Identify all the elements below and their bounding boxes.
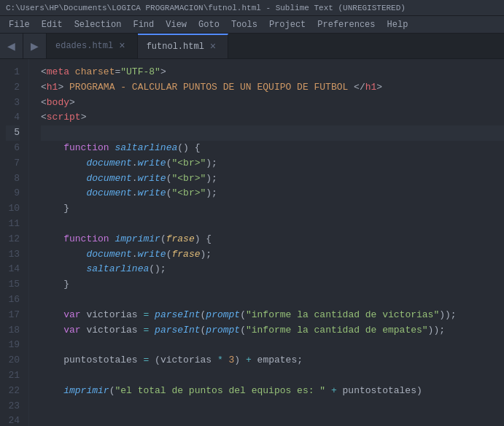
code-line-23 [41,399,504,414]
line-num-6: 6 [6,141,20,156]
code-line-24 [41,414,504,426]
line-num-10: 10 [6,201,20,217]
tab-futnol[interactable]: futnol.html × [138,34,229,58]
code-line-12: function imprimir(frase) { [41,232,504,247]
tab-futnol-close[interactable]: × [210,42,216,52]
editor: 1 2 3 4 5 6 7 8 9 10 11 12 13 14 15 16 1… [0,59,504,426]
line-num-23: 23 [6,399,20,414]
code-line-11 [41,217,504,232]
tab-futnol-label: futnol.html [147,42,204,52]
line-num-18: 18 [6,323,20,338]
line-num-13: 13 [6,247,20,263]
line-num-20: 20 [6,353,20,368]
line-num-14: 14 [6,262,20,277]
code-line-9: document.write("<br>"); [41,186,504,201]
code-line-14: saltarlinea(); [41,262,504,277]
line-num-17: 17 [6,308,20,323]
code-line-21 [41,368,504,384]
menu-goto[interactable]: Goto [193,18,225,31]
menu-bar: File Edit Selection Find View Goto Tools… [0,16,504,34]
code-line-8: document.write("<br>"); [41,171,504,187]
line-num-9: 9 [6,186,20,201]
code-line-3: <body> [41,96,504,111]
menu-preferences[interactable]: Preferences [311,18,381,31]
menu-find[interactable]: Find [127,18,160,31]
line-num-5: 5 [6,125,20,141]
code-line-17: var victorias = parseInt(prompt("informe… [41,308,504,323]
code-content[interactable]: <meta charset="UTF-8"> <h1> PROGRAMA - C… [29,59,504,426]
code-line-19 [41,338,504,353]
code-line-22: imprimir("el total de puntos del equipos… [41,384,504,399]
menu-file[interactable]: File [3,18,36,31]
line-num-19: 19 [6,338,20,353]
line-numbers: 1 2 3 4 5 6 7 8 9 10 11 12 13 14 15 16 1… [0,59,29,426]
code-line-7: document.write("<br>"); [41,156,504,171]
line-num-22: 22 [6,384,20,399]
code-line-16 [41,293,504,308]
code-line-15: } [41,277,504,293]
code-line-2: <h1> PROGRAMA - CALCULAR PUNTOS DE UN EQ… [41,80,504,96]
title-bar: C:\Users\HP\Documents\LOGICA PROGRAMACIO… [0,0,504,16]
code-line-6: function saltarlinea() { [41,141,504,156]
code-line-4: <script> [41,110,504,125]
menu-help[interactable]: Help [381,18,414,31]
code-line-18: var victorias = parseInt(prompt("informe… [41,323,504,338]
line-num-21: 21 [6,368,20,384]
line-num-1: 1 [6,65,20,80]
tab-edades-label: edades.html [55,41,113,51]
line-num-15: 15 [6,277,20,293]
code-line-13: document.write(frase); [41,247,504,263]
line-num-4: 4 [6,110,20,125]
line-num-2: 2 [6,80,20,96]
code-line-20: puntostotales = (victorias * 3) + empate… [41,353,504,368]
line-num-8: 8 [6,171,20,187]
menu-tools[interactable]: Tools [225,18,263,31]
menu-selection[interactable]: Selection [69,18,128,31]
line-num-7: 7 [6,156,20,171]
menu-project[interactable]: Project [263,18,311,31]
line-num-24: 24 [6,414,20,426]
line-num-3: 3 [6,96,20,111]
tab-bar: ◀ ▶ edades.html × futnol.html × [0,34,504,59]
menu-view[interactable]: View [160,18,193,31]
line-num-11: 11 [6,217,20,232]
line-num-12: 12 [6,232,20,247]
code-line-1: <meta charset="UTF-8"> [41,65,504,80]
tab-nav-next[interactable]: ▶ [23,34,47,58]
title-text: C:\Users\HP\Documents\LOGICA PROGRAMACIO… [6,4,406,12]
tab-nav-prev[interactable]: ◀ [0,34,23,58]
menu-edit[interactable]: Edit [36,18,69,31]
line-num-16: 16 [6,293,20,308]
tab-edades[interactable]: edades.html × [47,34,138,58]
code-line-10: } [41,201,504,217]
tab-edades-close[interactable]: × [119,41,125,51]
code-line-5 [41,125,504,141]
